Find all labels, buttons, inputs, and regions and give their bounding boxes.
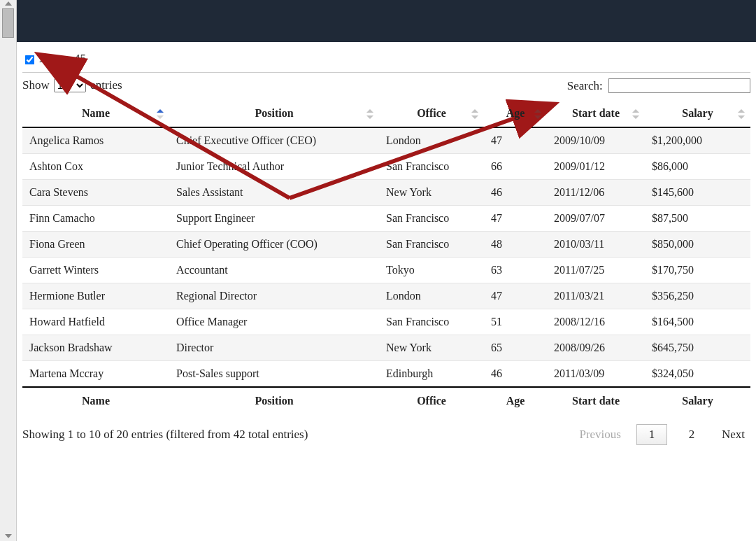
cell-name: Angelica Ramos xyxy=(22,127,169,154)
cell-start_date: 2011/12/06 xyxy=(547,179,645,205)
search-input[interactable] xyxy=(608,78,750,93)
col-label: Name xyxy=(82,107,110,119)
filter-above-45-checkbox[interactable] xyxy=(25,55,35,64)
cell-office: San Francisco xyxy=(379,205,484,231)
sort-both-icon xyxy=(632,109,639,119)
cell-position: Junior Technical Author xyxy=(169,153,379,179)
col-footer: Position xyxy=(169,387,379,414)
sort-both-icon xyxy=(366,109,373,119)
cell-salary: $164,500 xyxy=(645,309,750,335)
sort-asc-icon xyxy=(157,109,164,119)
cell-salary: $1,200,000 xyxy=(645,127,750,154)
search-control: Search: xyxy=(567,78,750,93)
cell-position: Support Engineer xyxy=(169,205,379,231)
col-header-office[interactable]: Office xyxy=(379,100,484,127)
page-button-2[interactable]: 2 xyxy=(677,425,706,444)
cell-start_date: 2009/10/09 xyxy=(547,127,645,154)
table-row: Cara StevensSales AssistantNew York46201… xyxy=(22,179,750,205)
cell-start_date: 2011/03/09 xyxy=(547,360,645,387)
sort-both-icon xyxy=(534,109,541,119)
col-footer: Age xyxy=(484,387,547,414)
table-row: Ashton CoxJunior Technical AuthorSan Fra… xyxy=(22,153,750,179)
cell-name: Martena Mccray xyxy=(22,360,169,387)
cell-office: Tokyo xyxy=(379,257,484,283)
table-row: Howard HatfieldOffice ManagerSan Francis… xyxy=(22,309,750,335)
cell-name: Ashton Cox xyxy=(22,153,169,179)
previous-button[interactable]: Previous xyxy=(573,425,627,444)
sort-both-icon xyxy=(471,109,478,119)
cell-position: Sales Assistant xyxy=(169,179,379,205)
scroll-down-icon xyxy=(5,534,12,538)
filter-above-45[interactable]: Above 45 xyxy=(22,52,86,65)
scrollbar-thumb[interactable] xyxy=(2,8,14,38)
cell-start_date: 2011/03/21 xyxy=(547,283,645,309)
cell-salary: $356,250 xyxy=(645,283,750,309)
search-label: Search: xyxy=(567,79,603,92)
cell-age: 47 xyxy=(484,205,547,231)
next-button[interactable]: Next xyxy=(716,425,750,444)
col-label: Age xyxy=(506,107,525,119)
cell-position: Chief Operating Officer (COO) xyxy=(169,231,379,257)
data-table: Name Position Office Age Start date xyxy=(22,100,750,414)
cell-age: 47 xyxy=(484,283,547,309)
cell-salary: $850,000 xyxy=(645,231,750,257)
col-footer: Salary xyxy=(645,387,750,414)
outer-frame-scrollbar[interactable] xyxy=(0,0,17,541)
cell-start_date: 2009/07/07 xyxy=(547,205,645,231)
cell-start_date: 2011/07/25 xyxy=(547,257,645,283)
table-row: Garrett WintersAccountantTokyo632011/07/… xyxy=(22,257,750,283)
cell-position: Post-Sales support xyxy=(169,360,379,387)
cell-salary: $145,600 xyxy=(645,179,750,205)
separator xyxy=(22,72,750,73)
cell-age: 48 xyxy=(484,231,547,257)
col-label: Position xyxy=(255,107,293,119)
cell-age: 51 xyxy=(484,309,547,335)
col-header-position[interactable]: Position xyxy=(169,100,379,127)
cell-age: 66 xyxy=(484,153,547,179)
cell-age: 46 xyxy=(484,179,547,205)
cell-position: Office Manager xyxy=(169,309,379,335)
table-row: Hermione ButlerRegional DirectorLondon47… xyxy=(22,283,750,309)
cell-age: 46 xyxy=(484,360,547,387)
page-length-control: Show 102550100 entries xyxy=(22,78,122,92)
pagination: Previous 12Next xyxy=(573,424,750,445)
length-prefix: Show xyxy=(22,78,50,92)
page-button-1[interactable]: 1 xyxy=(636,424,667,445)
cell-age: 47 xyxy=(484,127,547,154)
sort-both-icon xyxy=(738,109,745,119)
cell-age: 65 xyxy=(484,335,547,360)
cell-name: Fiona Green xyxy=(22,231,169,257)
col-label: Salary xyxy=(682,107,713,119)
cell-office: Edinburgh xyxy=(379,360,484,387)
table-row: Martena MccrayPost-Sales supportEdinburg… xyxy=(22,360,750,387)
cell-position: Accountant xyxy=(169,257,379,283)
cell-age: 63 xyxy=(484,257,547,283)
cell-salary: $324,050 xyxy=(645,360,750,387)
table-body: Angelica RamosChief Executive Officer (C… xyxy=(22,127,750,387)
cell-start_date: 2009/01/12 xyxy=(547,153,645,179)
cell-salary: $87,500 xyxy=(645,205,750,231)
cell-office: New York xyxy=(379,179,484,205)
header-band xyxy=(17,0,756,42)
filter-above-45-label: Above 45 xyxy=(39,52,86,65)
cell-start_date: 2008/09/26 xyxy=(547,335,645,360)
table-row: Angelica RamosChief Executive Officer (C… xyxy=(22,127,750,154)
col-header-start-date[interactable]: Start date xyxy=(547,100,645,127)
cell-name: Jackson Bradshaw xyxy=(22,335,169,360)
cell-office: New York xyxy=(379,335,484,360)
info-text: Showing 1 to 10 of 20 entries (filtered … xyxy=(22,428,308,442)
cell-name: Hermione Butler xyxy=(22,283,169,309)
page-length-select[interactable]: 102550100 xyxy=(54,78,86,92)
col-header-age[interactable]: Age xyxy=(484,100,547,127)
col-label: Office xyxy=(417,107,446,119)
cell-salary: $645,750 xyxy=(645,335,750,360)
cell-salary: $86,000 xyxy=(645,153,750,179)
cell-name: Cara Stevens xyxy=(22,179,169,205)
cell-office: San Francisco xyxy=(379,309,484,335)
col-footer: Office xyxy=(379,387,484,414)
cell-salary: $170,750 xyxy=(645,257,750,283)
col-header-name[interactable]: Name xyxy=(22,100,169,127)
col-footer: Name xyxy=(22,387,169,414)
cell-name: Finn Camacho xyxy=(22,205,169,231)
col-header-salary[interactable]: Salary xyxy=(645,100,750,127)
